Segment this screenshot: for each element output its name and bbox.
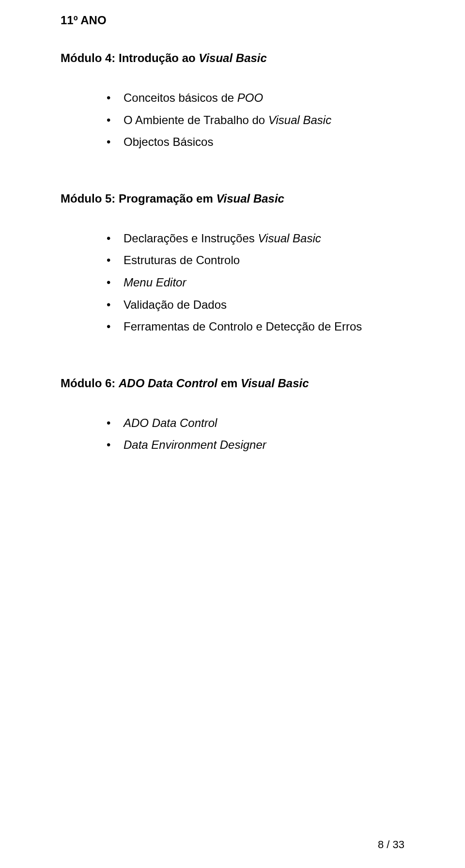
list-item-text: Conceitos básicos de (124, 91, 237, 104)
list-item: Validação de Dados (107, 294, 404, 316)
module-6-title: Módulo 6: ADO Data Control em Visual Bas… (61, 377, 404, 390)
year-heading: 11º ANO (61, 14, 404, 27)
module-6-title-suffix: em (217, 377, 241, 390)
list-item-italic: ADO Data Control (124, 416, 217, 429)
module-6-title-italic2: Visual Basic (241, 377, 309, 390)
page-number: 8 / 33 (378, 838, 404, 851)
list-item-italic: Data Environment Designer (124, 438, 266, 451)
page-number-text: 8 / 33 (378, 838, 404, 851)
list-item: ADO Data Control (107, 412, 404, 434)
document-page: 11º ANO Módulo 4: Introdução ao Visual B… (0, 0, 465, 868)
module-6-list: ADO Data Control Data Environment Design… (107, 412, 404, 456)
list-item-italic: Visual Basic (258, 232, 321, 245)
module-4-block: Módulo 4: Introdução ao Visual Basic Con… (61, 51, 404, 153)
list-item-text: Ferramentas de Controlo e Detecção de Er… (124, 320, 362, 333)
module-5-title: Módulo 5: Programação em Visual Basic (61, 192, 404, 205)
list-item: Conceitos básicos de POO (107, 87, 404, 109)
module-6-block: Módulo 6: ADO Data Control em Visual Bas… (61, 377, 404, 456)
module-5-list: Declarações e Instruções Visual Basic Es… (107, 227, 404, 338)
list-item: Menu Editor (107, 271, 404, 294)
list-item-text: Validação de Dados (124, 298, 227, 311)
list-item-italic: POO (237, 91, 263, 104)
list-item: Ferramentas de Controlo e Detecção de Er… (107, 316, 404, 338)
list-item: Objectos Básicos (107, 131, 404, 153)
list-item: Data Environment Designer (107, 434, 404, 456)
list-item-italic: Visual Basic (268, 113, 331, 126)
module-5-title-italic: Visual Basic (216, 192, 284, 205)
list-item: Estruturas de Controlo (107, 249, 404, 271)
list-item-text: O Ambiente de Trabalho do (124, 113, 268, 126)
module-4-title-prefix: Módulo 4: Introdução ao (61, 51, 199, 64)
module-6-title-prefix: Módulo 6: (61, 377, 119, 390)
module-5-title-prefix: Módulo 5: Programação em (61, 192, 216, 205)
list-item-italic: Menu Editor (124, 276, 186, 289)
list-item: O Ambiente de Trabalho do Visual Basic (107, 109, 404, 131)
list-item: Declarações e Instruções Visual Basic (107, 227, 404, 250)
list-item-text: Declarações e Instruções (124, 232, 258, 245)
module-4-title-italic: Visual Basic (199, 51, 267, 64)
module-5-block: Módulo 5: Programação em Visual Basic De… (61, 192, 404, 338)
module-4-list: Conceitos básicos de POO O Ambiente de T… (107, 87, 404, 153)
list-item-text: Objectos Básicos (124, 135, 213, 148)
list-item-text: Estruturas de Controlo (124, 253, 240, 267)
module-6-title-italic: ADO Data Control (119, 377, 217, 390)
module-4-title: Módulo 4: Introdução ao Visual Basic (61, 51, 404, 65)
year-heading-text: 11º ANO (61, 14, 107, 27)
